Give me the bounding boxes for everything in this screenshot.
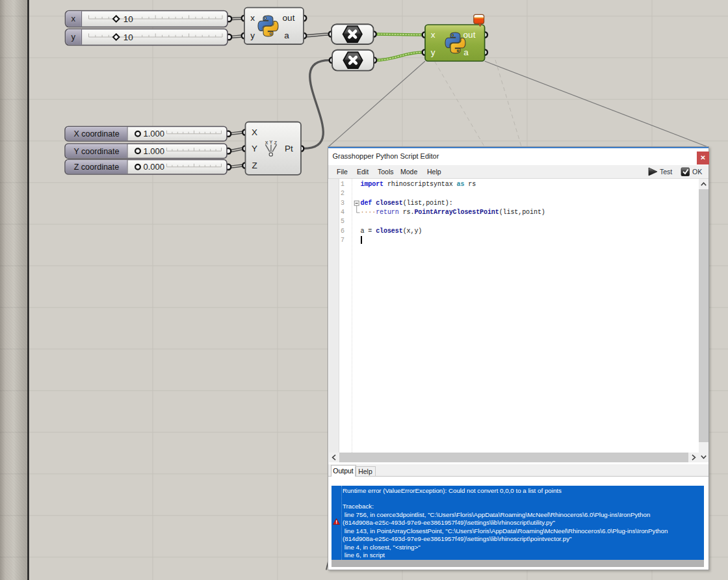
svg-text:a: a (463, 47, 469, 57)
svg-text:10: 10 (124, 33, 133, 42)
svg-text:Y coordinate: Y coordinate (74, 147, 120, 156)
svg-text:y: y (250, 31, 255, 40)
svg-text:10: 10 (124, 14, 133, 24)
svg-text:Z: Z (274, 140, 278, 145)
svg-text:Z coordinate: Z coordinate (74, 163, 120, 172)
svg-text:y: y (431, 47, 436, 57)
svg-text:X: X (252, 127, 257, 137)
svg-text:Z: Z (252, 161, 257, 170)
svg-text:x: x (431, 30, 436, 40)
svg-text:Pt: Pt (285, 144, 293, 153)
svg-text:X coordinate: X coordinate (73, 129, 119, 138)
svg-text:0.000: 0.000 (144, 162, 165, 172)
svg-text:y: y (71, 32, 75, 42)
svg-text:out: out (463, 30, 476, 40)
svg-text:Y: Y (270, 140, 273, 144)
svg-text:1.000: 1.000 (144, 129, 165, 138)
svg-text:Y: Y (252, 144, 257, 153)
svg-text:X: X (265, 140, 268, 145)
svg-text:x: x (250, 13, 255, 23)
svg-text:1.000: 1.000 (144, 146, 165, 156)
svg-text:out: out (283, 13, 295, 23)
svg-text:a: a (284, 31, 289, 40)
svg-text:x: x (71, 14, 75, 23)
